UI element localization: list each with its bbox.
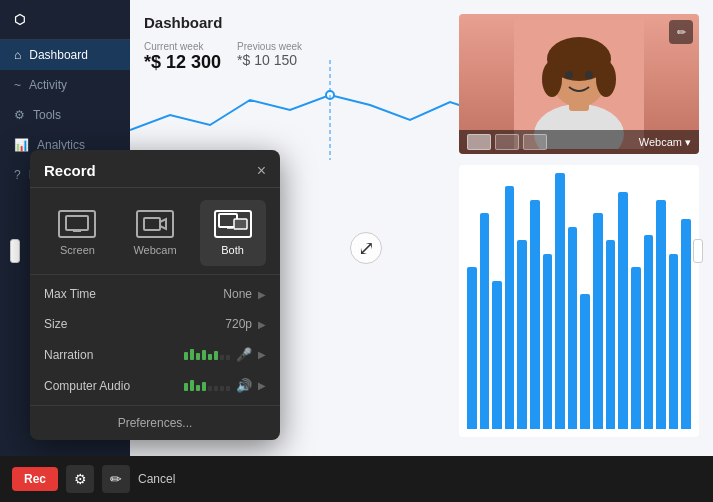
svg-point-9 <box>565 71 573 79</box>
sidebar-item-label: Tools <box>33 108 61 122</box>
sidebar-logo: ⬡ <box>0 0 130 40</box>
bottom-toolbar: Rec ⚙ ✏ Cancel <box>0 456 713 502</box>
home-icon: ⌂ <box>14 48 21 62</box>
computer-audio-label: Computer Audio <box>44 379 130 393</box>
bar <box>467 267 477 429</box>
bar <box>505 186 515 429</box>
svg-point-10 <box>585 71 593 79</box>
webcam-mode-cam[interactable] <box>523 134 547 150</box>
mode-btn-both[interactable]: Both <box>200 200 266 266</box>
webcam-mode-buttons <box>467 134 547 150</box>
bar <box>631 267 641 429</box>
bars-container <box>467 173 691 429</box>
webcam-preview: ✏ Webcam ▾ <box>459 14 699 154</box>
sidebar-item-activity[interactable]: ~ Activity <box>0 70 130 100</box>
bar-chart-area <box>459 165 699 437</box>
max-time-row[interactable]: Max Time None ▶ <box>30 279 280 309</box>
move-cursor-icon[interactable]: ⤢ <box>350 232 382 264</box>
mode-btn-webcam[interactable]: Webcam <box>119 200 190 266</box>
max-time-value: None ▶ <box>223 287 266 301</box>
activity-icon: ~ <box>14 78 21 92</box>
sidebar-item-dashboard[interactable]: ⌂ Dashboard <box>0 40 130 70</box>
size-row[interactable]: Size 720p ▶ <box>30 309 280 339</box>
bar <box>492 281 502 429</box>
gear-icon: ⚙ <box>74 471 87 487</box>
svg-point-8 <box>596 61 616 97</box>
mode-btn-screen[interactable]: Screen <box>44 200 110 266</box>
settings-section: Max Time None ▶ Size 720p ▶ Narration <box>30 274 280 405</box>
bar <box>517 240 527 429</box>
tools-icon: ⚙ <box>14 108 25 122</box>
sidebar-item-tools[interactable]: ⚙ Tools <box>0 100 130 130</box>
close-button[interactable]: × <box>257 163 266 179</box>
max-time-label: Max Time <box>44 287 96 301</box>
record-dialog: Record × Screen Webcam <box>30 150 280 440</box>
analytics-icon: 📊 <box>14 138 29 152</box>
sidebar-item-label: Activity <box>29 78 67 92</box>
previous-week-label: Previous week <box>237 41 302 52</box>
bar <box>555 173 565 429</box>
bar <box>568 227 578 429</box>
webcam-label: Webcam ▾ <box>639 136 691 149</box>
bar <box>681 219 691 429</box>
rec-button[interactable]: Rec <box>12 467 58 491</box>
webcam-mode-label: Webcam <box>133 244 176 256</box>
webcam-edit-button[interactable]: ✏ <box>669 20 693 44</box>
settings-button[interactable]: ⚙ <box>66 465 94 493</box>
audio-controls: 🔊 ▶ <box>184 378 266 393</box>
both-mode-icon <box>214 210 252 238</box>
bar <box>480 213 490 429</box>
edit-button[interactable]: ✏ <box>102 465 130 493</box>
bar <box>644 235 654 429</box>
chevron-right-icon: ▶ <box>258 289 266 300</box>
bar <box>618 192 628 429</box>
resize-handle-right[interactable] <box>693 239 703 263</box>
screen-mode-label: Screen <box>60 244 95 256</box>
chevron-right-icon: ▶ <box>258 380 266 391</box>
svg-rect-11 <box>66 216 88 230</box>
pencil-icon: ✏ <box>110 471 122 487</box>
cancel-button[interactable]: Cancel <box>138 472 175 486</box>
narration-volume <box>184 349 230 360</box>
narration-row[interactable]: Narration 🎤 ▶ <box>30 339 280 370</box>
webcam-mode-split[interactable] <box>495 134 519 150</box>
bar <box>656 200 666 429</box>
mode-buttons-group: Screen Webcam Both <box>30 188 280 274</box>
webcam-mode-screen[interactable] <box>467 134 491 150</box>
sidebar-item-label: Dashboard <box>29 48 88 62</box>
screen-icon <box>58 210 96 238</box>
speaker-icon[interactable]: 🔊 <box>236 378 252 393</box>
record-dialog-title: Record <box>44 162 96 179</box>
chevron-right-icon: ▶ <box>258 349 266 360</box>
narration-controls: 🎤 ▶ <box>184 347 266 362</box>
resize-handle-left[interactable] <box>10 239 20 263</box>
bar <box>543 254 553 429</box>
chevron-right-icon: ▶ <box>258 319 266 330</box>
svg-point-7 <box>542 61 562 97</box>
svg-rect-16 <box>234 219 247 229</box>
both-mode-label: Both <box>221 244 244 256</box>
webcam-toolbar: Webcam ▾ <box>459 130 699 154</box>
microphone-icon[interactable]: 🎤 <box>236 347 252 362</box>
bar <box>593 213 603 429</box>
size-label: Size <box>44 317 67 331</box>
bar <box>580 294 590 429</box>
chevron-down-icon[interactable]: ▾ <box>685 136 691 149</box>
edit-icon: ✏ <box>677 26 686 39</box>
computer-audio-row[interactable]: Computer Audio 🔊 ▶ <box>30 370 280 401</box>
svg-rect-14 <box>144 218 160 230</box>
current-week-label: Current week <box>144 41 221 52</box>
webcam-mode-icon <box>136 210 174 238</box>
bar <box>669 254 679 429</box>
record-dialog-header: Record × <box>30 150 280 188</box>
narration-label: Narration <box>44 348 93 362</box>
bar <box>530 200 540 429</box>
help-icon: ? <box>14 168 21 182</box>
bar <box>606 240 616 429</box>
size-value: 720p ▶ <box>225 317 266 331</box>
audio-volume <box>184 380 230 391</box>
preferences-button[interactable]: Preferences... <box>30 405 280 440</box>
